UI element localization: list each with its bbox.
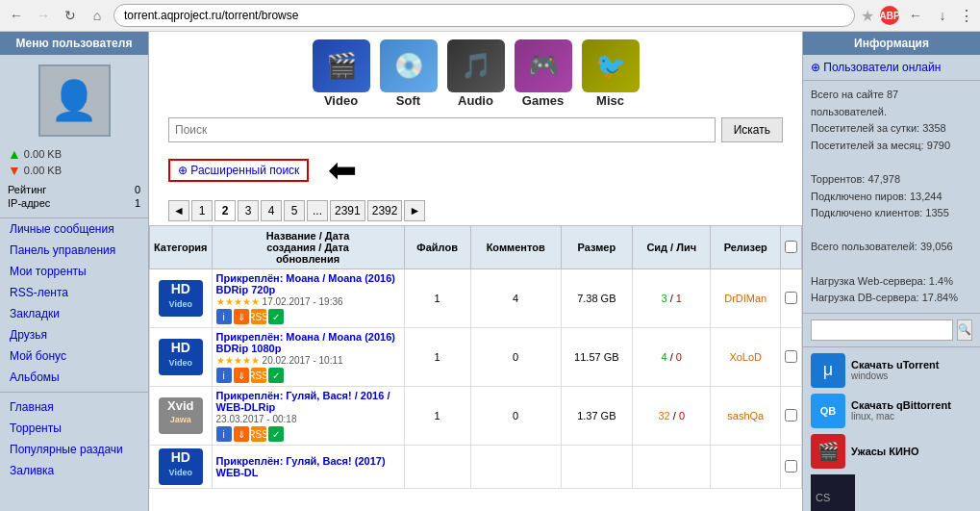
row4-checkbox-cell [781,446,802,489]
row3-name-cell: Прикреплён: Гуляй, Вася! / 2016 / WEB-DL… [212,387,404,446]
right-search-button[interactable]: 🔍 [957,319,972,341]
reload-button[interactable]: ↻ [60,5,81,26]
avatar: 👤 [38,64,111,137]
row2-action-ok[interactable]: ✓ [268,368,284,383]
rating-value: 0 [135,184,140,195]
info-stats: Всего на сайте 87 пользователей. Посетит… [803,80,980,313]
row4-releaser [711,446,781,489]
hd-badge-4: HDVideo [159,448,203,485]
row2-name-cell: Прикреплён: Моана / Moana (2016) BDRip 1… [212,328,404,387]
row4-checkbox[interactable] [785,460,797,473]
rating-label: Рейтинг [8,184,46,195]
sidebar-item-torrents[interactable]: Торренты [0,418,148,439]
kino-label: Ужасы КИНО [851,446,918,457]
row2-action-rss[interactable]: RSS [251,368,266,383]
sidebar-item-upload[interactable]: Заливка [0,460,148,481]
row2-name-link[interactable]: Прикреплён: Моана / Moana (2016) BDRip 1… [216,331,395,354]
category-misc[interactable]: 🐦 Misc [578,39,643,108]
row3-action-rss[interactable]: RSS [251,426,266,442]
promo-kino[interactable]: 🎬 Ужасы КИНО [811,434,972,469]
row3-seeds-count: 32 [658,410,669,422]
row3-action-details[interactable]: i [216,426,232,442]
pagination: ◄ 1 2 3 4 5 ... 2391 2392 ► [149,196,802,225]
pagination-page-2[interactable]: 2 [214,200,236,221]
stat-torrents: Торрентов: 47,978 [811,173,900,185]
search-button[interactable]: Искать [721,117,783,142]
right-search-input[interactable] [811,319,953,341]
browser-menu-button[interactable]: ⋮ [959,7,974,25]
sidebar-item-my-torrents[interactable]: Мои торренты [0,261,148,282]
info-title: Информация [803,32,980,55]
row1-action-ok[interactable]: ✓ [268,309,284,324]
pagination-page-1[interactable]: 1 [191,200,213,221]
row3-seeds: 32 / 0 [633,387,711,446]
home-button[interactable]: ⌂ [87,5,108,26]
promo-utorrent[interactable]: μ Скачать uTorrent windows [811,353,972,388]
row2-action-details[interactable]: i [216,368,232,383]
pagination-ellipsis: ... [307,200,328,221]
pagination-page-5[interactable]: 5 [284,200,305,221]
row3-action-download[interactable]: ⇓ [234,426,249,442]
search-input[interactable] [168,117,716,142]
sidebar-item-friends[interactable]: Друзья [0,324,148,345]
row3-action-ok[interactable]: ✓ [268,426,284,442]
row2-stars: ★★★★★ [216,355,260,366]
category-games[interactable]: 🎮 Games [511,39,576,108]
sidebar-item-bonus[interactable]: Мой бонус [0,345,148,367]
pagination-page-3[interactable]: 3 [238,200,259,221]
bookmark-button[interactable]: ★ [861,7,874,25]
forward-button[interactable]: → [33,5,54,26]
category-audio[interactable]: 🎵 Audio [443,39,509,108]
row2-action-download[interactable]: ⇓ [234,368,249,383]
user-avatar-icon: 👤 [50,78,98,123]
row2-checkbox[interactable] [785,350,797,363]
sidebar-item-popular[interactable]: Популярные раздачи [0,439,148,460]
sidebar-item-panel[interactable]: Панель управления [0,240,148,261]
pagination-next[interactable]: ► [404,200,425,221]
col-checkbox-all[interactable] [781,226,802,269]
ip-value: 1 [135,197,140,209]
pagination-page-4[interactable]: 4 [261,200,282,221]
row4-name-link[interactable]: Прикреплён: Гуляй, Вася! (2017) WEB-DL [216,455,386,478]
sidebar-item-bookmarks[interactable]: Закладки [0,303,148,324]
category-soft[interactable]: 💿 Soft [376,39,441,108]
row1-name-link[interactable]: Прикреплён: Моана / Moana (2016) BDRip 7… [216,272,395,295]
right-sidebar: Информация ⊕ Пользователи онлайн Всего н… [802,32,980,511]
pagination-page-2392[interactable]: 2392 [367,200,403,221]
category-video[interactable]: 🎬 Video [309,39,374,108]
row1-actions: i ⇓ RSS ✓ [216,309,400,324]
ip-row: IP-адрес 1 [0,196,148,210]
left-sidebar: Меню пользователя 👤 ▲ 0.00 KB ▼ 0.00 KB … [0,32,149,511]
col-category: Категория [150,226,213,269]
advanced-search-toggle[interactable]: ⊕ Расширенный поиск [168,159,309,182]
row2-releaser-link[interactable]: XoLoD [729,351,762,363]
download-button[interactable]: ↓ [932,5,953,26]
promo-qbittorrent[interactable]: QB Скачать qBittorrent linux, mac [811,394,972,428]
back-button[interactable]: ← [6,5,27,26]
sidebar-item-home[interactable]: Главная [0,396,148,418]
row1-action-details[interactable]: i [216,309,232,324]
sidebar-item-albums[interactable]: Альбомы [0,367,148,388]
history-back-button[interactable]: ← [905,5,926,26]
svg-text:CS: CS [816,492,830,503]
row1-checkbox-cell [781,269,802,328]
row3-files: 1 [404,387,470,446]
address-bar[interactable] [113,4,855,27]
row2-actions: i ⇓ RSS ✓ [216,368,400,383]
row1-action-download[interactable]: ⇓ [234,309,249,324]
row3-releaser-link[interactable]: sashQa [727,410,764,422]
sidebar-item-messages[interactable]: Личные сообщения [0,218,148,240]
row4-category: HDVideo [150,446,213,489]
online-users-link[interactable]: ⊕ Пользователи онлайн [811,61,972,74]
row1-action-rss[interactable]: RSS [251,309,266,324]
pagination-page-2391[interactable]: 2391 [330,200,365,221]
sidebar-item-rss[interactable]: RSS-лента [0,282,148,303]
row3-name-link[interactable]: Прикреплён: Гуляй, Вася! / 2016 / WEB-DL… [216,390,390,413]
row1-releaser-link[interactable]: DrDIMan [724,293,766,304]
advanced-search-row: ⊕ Расширенный поиск ⬅ [149,148,802,196]
promo-cs[interactable]: CS [811,474,972,511]
category-soft-label: Soft [396,93,420,108]
row3-checkbox[interactable] [785,409,797,422]
row1-checkbox[interactable] [785,292,797,304]
pagination-prev[interactable]: ◄ [168,200,189,221]
